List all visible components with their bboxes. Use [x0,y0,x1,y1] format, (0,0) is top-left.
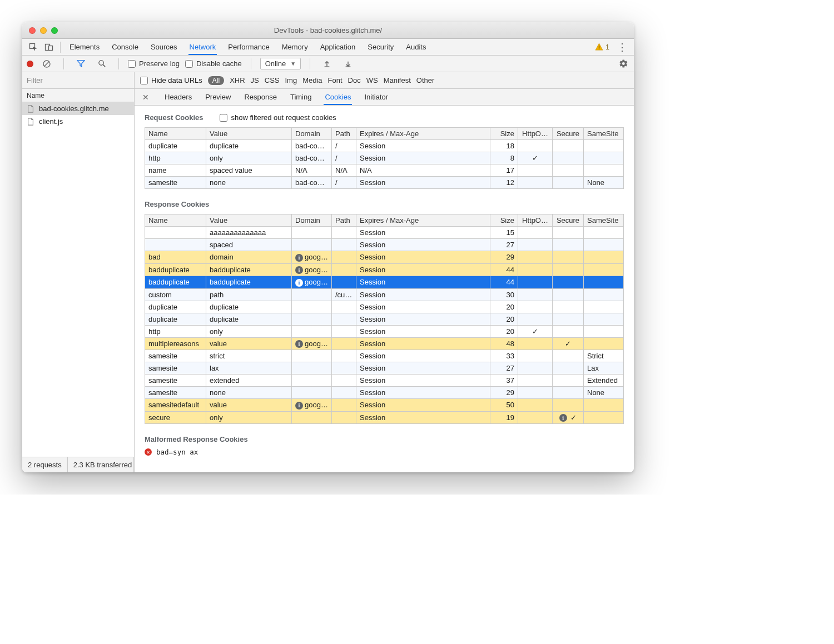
filter-type-xhr[interactable]: XHR [230,76,245,84]
settings-gear-icon[interactable] [619,59,629,68]
col-header[interactable]: SameSite [584,214,624,227]
col-header[interactable]: Domain [292,128,332,140]
cookie-row[interactable]: aaaaaaaaaaaaaaSession15 [145,227,624,239]
col-header[interactable]: SameSite [584,128,624,140]
close-window-button[interactable] [29,27,36,34]
zoom-window-button[interactable] [51,27,58,34]
main-tab-performance[interactable]: Performance [227,39,270,55]
filter-type-img[interactable]: Img [285,76,297,84]
response-cookies-heading: Response Cookies [145,200,209,208]
record-button[interactable] [27,61,33,67]
cookie-row[interactable]: badduplicatebadduplicateigoogl…Session44 [145,263,624,276]
response-cookies-table: NameValueDomainPathExpires / Max-AgeSize… [145,214,624,424]
detail-tab-timing[interactable]: Timing [289,89,313,105]
close-detail-icon[interactable]: ✕ [142,93,149,102]
col-header[interactable]: Path [332,128,356,140]
search-icon[interactable] [94,56,110,72]
filter-type-css[interactable]: CSS [265,76,280,84]
info-icon: i [295,279,303,287]
svg-point-7 [98,61,103,65]
main-tab-audits[interactable]: Audits [405,39,427,55]
col-header[interactable]: HttpO… [518,128,553,140]
cookie-row[interactable]: namespaced valueN/AN/AN/A17 [145,164,624,177]
hide-data-urls-checkbox[interactable]: Hide data URLs [140,76,202,84]
cookie-row[interactable]: httponlySession20✓ [145,325,624,337]
col-header[interactable]: HttpO… [518,214,553,227]
cookie-row[interactable]: spacedSession27 [145,239,624,251]
throttling-select[interactable]: Online ▼ [260,58,301,69]
disable-cache-checkbox[interactable]: Disable cache [185,59,242,68]
cookie-row[interactable]: custompath/cu…Session30 [145,288,624,301]
detail-tab-cookies[interactable]: Cookies [324,89,352,105]
main-tab-network[interactable]: Network [188,39,217,55]
col-header[interactable]: Value [206,214,292,227]
main-tab-console[interactable]: Console [111,39,140,55]
filter-type-js[interactable]: JS [251,76,259,84]
cookie-row[interactable]: badduplicatebadduplicateigoogl…Session44 [145,276,624,289]
download-har-icon[interactable] [340,56,356,72]
cookie-row[interactable]: duplicateduplicatebad-coo…/Session18 [145,140,624,152]
filter-toggle-icon[interactable] [73,56,88,72]
cookie-row[interactable]: httponlybad-coo…/Session8✓ [145,152,624,164]
cookie-row[interactable]: duplicateduplicateSession20 [145,301,624,313]
cookie-row[interactable]: baddomainigoogl…Session29 [145,251,624,264]
col-header[interactable]: Size [490,214,518,227]
device-toggle-icon[interactable] [41,39,57,55]
cookie-row[interactable]: samesitenoneSession29None [145,387,624,399]
col-header[interactable]: Domain [292,214,332,227]
filter-type-manifest[interactable]: Manifest [384,76,411,84]
svg-line-6 [44,62,49,66]
cookie-row[interactable]: multiplereasonsvalueigoogl…Session48✓ [145,337,624,350]
col-header[interactable]: Secure [553,128,584,140]
warnings-indicator[interactable]: 1 [595,43,609,51]
sidebar-header-name[interactable]: Name [22,89,134,102]
detail-tab-response[interactable]: Response [243,89,278,105]
filter-type-ws[interactable]: WS [366,76,378,84]
col-header[interactable]: Name [145,128,206,140]
titlebar: DevTools - bad-cookies.glitch.me/ [22,22,634,39]
cookie-row[interactable]: samesitestrictSession33Strict [145,350,624,362]
inspect-element-icon[interactable] [26,39,41,55]
main-tab-security[interactable]: Security [366,39,395,55]
minimize-window-button[interactable] [40,27,47,34]
preserve-log-checkbox[interactable]: Preserve log [128,59,180,68]
col-header[interactable]: Path [332,214,356,227]
filter-type-font[interactable]: Font [328,76,342,84]
detail-tab-preview[interactable]: Preview [204,89,232,105]
filter-type-media[interactable]: Media [302,76,322,84]
main-tab-application[interactable]: Application [319,39,357,55]
col-header[interactable]: Value [206,128,292,140]
filter-type-doc[interactable]: Doc [348,76,361,84]
cookie-row[interactable]: samesitedefaultvalueigoogl…Session50 [145,399,624,412]
main-tab-elements[interactable]: Elements [68,39,101,55]
cookie-row[interactable]: duplicateduplicateSession20 [145,313,624,325]
col-header[interactable]: Expires / Max-Age [356,128,490,140]
status-bar: 2 requests 2.3 KB transferred [22,457,134,472]
cookie-row[interactable]: samesitenonebad-coo…/Session12None [145,177,624,189]
detail-tab-headers[interactable]: Headers [163,89,193,105]
devtools-window: DevTools - bad-cookies.glitch.me/ Elemen… [22,22,634,472]
col-header[interactable]: Size [490,128,518,140]
main-toolbar: ElementsConsoleSourcesNetworkPerformance… [22,39,634,56]
show-filtered-checkbox[interactable]: show filtered out request cookies [220,113,336,122]
col-header[interactable]: Name [145,214,206,227]
main-tab-memory[interactable]: Memory [281,39,309,55]
detail-tab-initiator[interactable]: Initiator [363,89,389,105]
filter-type-other[interactable]: Other [416,76,435,84]
warning-icon [595,43,603,51]
cookie-row[interactable]: samesiteextendedSession37Extended [145,375,624,387]
cookie-row[interactable]: samesitelaxSession27Lax [145,362,624,375]
more-options-icon[interactable]: ⋮ [614,41,631,53]
col-header[interactable]: Expires / Max-Age [356,214,490,227]
filter-input[interactable] [22,72,135,88]
detail-tabs: ✕ HeadersPreviewResponseTimingCookiesIni… [135,89,634,106]
col-header[interactable]: Secure [553,214,584,227]
main-tab-sources[interactable]: Sources [150,39,178,55]
filter-type-all[interactable]: All [208,76,224,85]
network-toolbar: Preserve log Disable cache Online ▼ [22,56,634,72]
request-item[interactable]: client.js [22,115,134,128]
clear-log-icon[interactable] [39,56,54,72]
upload-har-icon[interactable] [319,56,335,72]
cookie-row[interactable]: secureonlySession19i ✓ [145,411,624,424]
request-item[interactable]: bad-cookies.glitch.me [22,102,134,115]
